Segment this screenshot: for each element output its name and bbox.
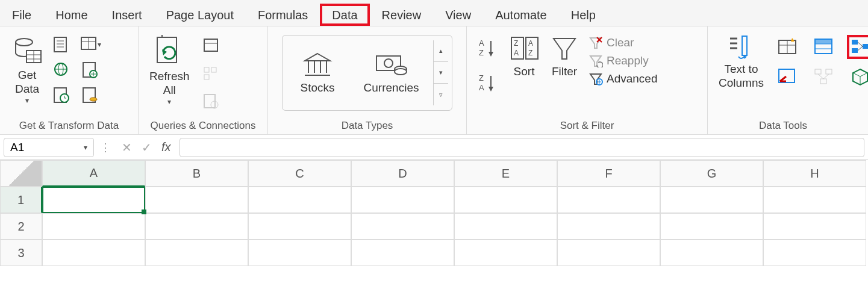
queries-connections-icon[interactable] [201,35,222,57]
cell-f1[interactable] [557,187,660,213]
tab-page-layout[interactable]: Page Layout [154,4,246,26]
formula-input[interactable] [180,138,864,157]
col-header-f[interactable]: F [557,160,660,187]
chevron-down-icon[interactable]: ▾ [84,143,87,152]
svg-point-0 [16,39,33,46]
manage-data-model-button[interactable] [847,65,868,89]
col-header-h[interactable]: H [763,160,866,187]
advanced-label: Advanced [607,72,658,85]
stocks-datatype[interactable]: Stocks [286,51,349,95]
cell-c3[interactable] [248,240,351,266]
enter-formula-icon[interactable]: ✓ [137,140,157,155]
cell-e3[interactable] [454,240,557,266]
edit-links-icon[interactable] [201,90,222,112]
advanced-filter-button[interactable]: Advanced [589,72,658,85]
svg-marker-43 [489,52,493,57]
row-header-2[interactable]: 2 [0,213,42,240]
sort-descending-button[interactable]: ZA [478,72,498,95]
gallery-up[interactable]: ▴ [434,40,448,62]
cell-d3[interactable] [351,240,454,266]
group-get-transform: Get Data ▾ ▾ Get & Transform Data [0,26,139,134]
flash-fill-button[interactable] [775,35,801,59]
col-header-d[interactable]: D [351,160,454,187]
cell-b1[interactable] [145,187,248,213]
gallery-down[interactable]: ▾ [434,62,448,84]
database-table-icon [11,34,43,66]
relationships-button[interactable] [811,65,837,89]
cell-a1[interactable] [42,187,145,213]
tab-home[interactable]: Home [43,4,99,26]
cell-e2[interactable] [454,213,557,240]
data-validation-button[interactable] [775,65,801,89]
insert-function-icon[interactable]: fx [157,140,176,154]
get-data-button[interactable]: Get Data ▾ [6,31,48,107]
properties-icon[interactable] [201,63,222,84]
existing-connections-icon[interactable] [80,84,101,106]
row-header-1[interactable]: 1 [0,187,42,213]
cell-f3[interactable] [557,240,660,266]
currencies-datatype[interactable]: Currencies [349,51,434,95]
col-header-e[interactable]: E [454,160,557,187]
col-header-a[interactable]: A [42,160,145,187]
remove-duplicates-button[interactable] [811,35,837,59]
svg-line-85 [818,74,823,79]
tab-view[interactable]: View [433,4,483,26]
cell-c1[interactable] [248,187,351,213]
cell-h3[interactable] [763,240,866,266]
cell-e1[interactable] [454,187,557,213]
sort-button[interactable]: ZAAZ Sort [503,31,545,81]
cell-d2[interactable] [351,213,454,240]
cell-h2[interactable] [763,213,866,240]
svg-rect-73 [815,39,832,44]
reapply-filter-button[interactable]: Reapply [589,54,658,67]
col-header-g[interactable]: G [660,160,763,187]
row-header-3[interactable]: 3 [0,240,42,266]
refresh-all-button[interactable]: Refresh All ▾ [145,31,195,108]
text-to-columns-button[interactable]: Text to Columns [714,31,769,93]
tab-review[interactable]: Review [370,4,434,26]
from-web-icon[interactable] [51,59,72,81]
cell-g2[interactable] [660,213,763,240]
clear-filter-button[interactable]: Clear [589,36,658,49]
gallery-more[interactable]: ▿ [434,84,448,105]
cell-h1[interactable] [763,187,866,213]
cell-d1[interactable] [351,187,454,213]
from-picture-icon[interactable] [80,59,101,81]
tab-automate[interactable]: Automate [483,4,559,26]
col-header-b[interactable]: B [145,160,248,187]
name-box[interactable]: A1▾ [4,138,94,157]
cell-a2[interactable] [42,213,145,240]
group-label-get-transform: Get & Transform Data [6,117,132,132]
cell-g3[interactable] [660,240,763,266]
cell-b2[interactable] [145,213,248,240]
refresh-icon [152,34,186,67]
sort-ascending-button[interactable]: AZ [478,37,498,60]
recent-sources-icon[interactable] [51,84,72,106]
from-table-range-icon[interactable]: ▾ [80,34,101,55]
svg-line-86 [823,74,829,79]
tab-file[interactable]: File [0,4,43,26]
cancel-formula-icon[interactable]: ✕ [117,140,137,155]
cell-a3[interactable] [42,240,145,266]
group-data-types: Stocks Currencies ▴ ▾ ▿ Data Types [268,26,467,134]
from-text-csv-icon[interactable] [51,34,72,55]
consolidate-button[interactable] [847,35,868,59]
text-to-columns-icon [726,34,755,60]
cell-g1[interactable] [660,187,763,213]
tab-data[interactable]: Data [320,4,369,26]
filter-label: Filter [552,65,577,79]
cell-c2[interactable] [248,213,351,240]
cell-f2[interactable] [557,213,660,240]
svg-marker-58 [590,56,601,66]
tab-formulas[interactable]: Formulas [246,4,320,26]
tab-help[interactable]: Help [559,4,608,26]
reapply-label: Reapply [607,54,649,67]
svg-marker-47 [489,87,493,92]
tab-insert[interactable]: Insert [100,4,154,26]
filter-button[interactable]: Filter [545,31,584,81]
select-all-corner[interactable] [0,160,42,187]
col-header-c[interactable]: C [248,160,351,187]
get-data-label: Get Data [15,69,39,96]
group-sort-filter: AZ ZA ZAAZ Sort Filter Clear Reapply Adv… [467,26,708,134]
cell-b3[interactable] [145,240,248,266]
